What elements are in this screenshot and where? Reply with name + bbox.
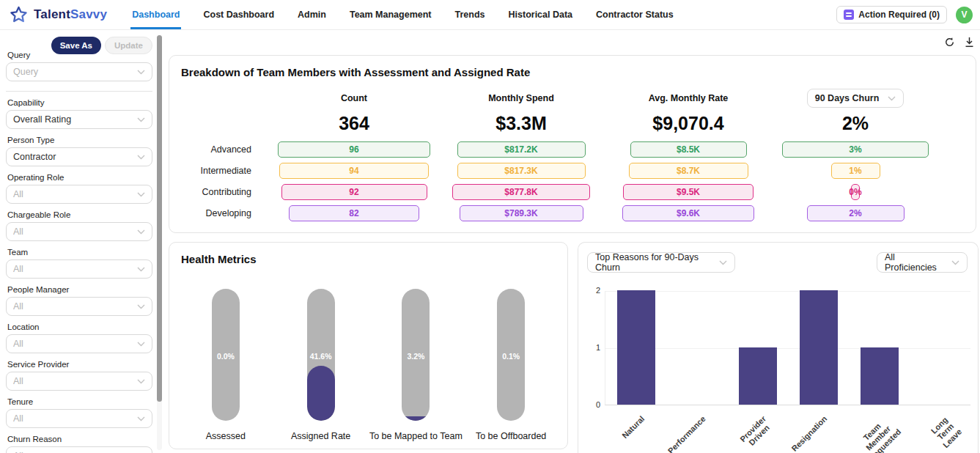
value-box: 96 (278, 141, 430, 158)
breakdown-cell: $9.5K (605, 184, 772, 200)
filter-select-capability[interactable]: Overall Rating (6, 110, 152, 129)
value-box: $817.2K (457, 141, 586, 158)
health-pill: 3.2% (402, 289, 430, 421)
breakdown-cell: $9.6K (605, 205, 772, 221)
breakdown-cell: $877.8K (438, 184, 605, 200)
column-total: 2% (772, 113, 939, 134)
value-box: 92 (281, 184, 427, 200)
nav-tab-team-management[interactable]: Team Management (341, 0, 441, 29)
filter-value-operating-role: All (13, 189, 133, 199)
chevron-down-icon (137, 304, 145, 309)
chevron-down-icon (137, 192, 145, 197)
breakdown-card: Breakdown of Team Members with Assessmen… (169, 55, 976, 233)
chart-metric-dropdown-value: Top Reasons for 90-Days Churn (595, 252, 715, 273)
row-label: Contributing (169, 187, 270, 197)
action-required-button[interactable]: Action Required (0) (836, 6, 947, 23)
filter-value-service-provider: All (13, 376, 133, 386)
action-required-label: Action Required (0) (858, 10, 940, 20)
value-box-text: 94 (349, 166, 358, 176)
sidebar-scrollbar (157, 35, 162, 450)
app-header: TalentSavvy DashboardCost DashboardAdmin… (0, 0, 980, 30)
value-box-text: 2% (849, 208, 861, 218)
value-box: 94 (279, 163, 429, 179)
filter-value-people-manager: All (13, 301, 133, 312)
x-label-slot: Long Term Leave (910, 405, 970, 453)
chart-bar-provider-driven (739, 347, 777, 405)
update-button[interactable]: Update (105, 37, 152, 54)
chart-metric-dropdown[interactable]: Top Reasons for 90-Days Churn (587, 252, 735, 273)
health-metrics-title: Health Metrics (169, 243, 567, 265)
nav-tab-dashboard[interactable]: Dashboard (123, 0, 188, 29)
chevron-down-icon (137, 155, 145, 160)
nav-tab-contractor-status[interactable]: Contractor Status (587, 0, 682, 29)
value-box-text: $789.3K (504, 208, 537, 218)
x-axis-label: Resignation (790, 414, 829, 453)
value-box: $817.3K (457, 163, 586, 179)
chevron-down-icon (137, 267, 145, 272)
filter-select-person-type[interactable]: Contractor (6, 147, 152, 166)
filter-value-capability: Overall Rating (13, 114, 133, 125)
nav-tabs: DashboardCost DashboardAdminTeam Managem… (123, 0, 682, 29)
value-box-text: $877.8K (504, 187, 537, 197)
bar-slot (788, 290, 849, 405)
value-box: $9.6K (622, 205, 754, 221)
query-select-value: Query (13, 67, 133, 77)
value-box: $8.5K (630, 141, 747, 158)
health-pill-percent: 0.0% (212, 352, 240, 361)
breakdown-cell: 94 (270, 163, 438, 179)
chevron-down-icon (137, 342, 145, 347)
health-metric-to-be-offboarded: 0.1%To be Offboarded (463, 289, 559, 441)
chevron-down-icon (137, 117, 145, 122)
value-box-text: $817.3K (504, 166, 537, 176)
filter-select-people-manager[interactable]: All (6, 297, 152, 316)
save-as-button[interactable]: Save As (51, 37, 101, 54)
filter-select-churn-reason[interactable]: All (6, 446, 152, 453)
breakdown-cell: 1% (772, 163, 939, 179)
proficiency-dropdown[interactable]: All Proficiencies (877, 252, 968, 273)
health-pill: 0.1% (497, 289, 525, 421)
health-pill-percent: 41.6% (307, 352, 335, 361)
health-pill-fill (402, 416, 430, 421)
filter-label-operating-role: Operating Role (7, 173, 152, 182)
health-metric-to-be-mapped-to-team: 3.2%To be Mapped to Team (369, 289, 464, 441)
column-header-avg-monthly-rate: Avg. Monthly Rate (649, 93, 729, 103)
chevron-down-icon (137, 70, 145, 75)
column-total: $9,070.4 (605, 113, 772, 134)
filter-label-people-manager: People Manager (7, 285, 152, 294)
bar-slot (727, 347, 788, 405)
filter-select-service-provider[interactable]: All (6, 372, 152, 391)
refresh-icon[interactable] (944, 37, 955, 48)
avatar[interactable]: V (956, 7, 973, 23)
breakdown-row-advanced: Advanced96$817.2K$8.5K3% (169, 139, 976, 160)
query-select[interactable]: Query (6, 62, 152, 81)
bar-chart-plot (605, 291, 970, 405)
y-axis-tick: 1 (583, 343, 600, 352)
value-box-text: $8.7K (677, 166, 700, 176)
churn-period-dropdown[interactable]: 90 Days Churn (807, 89, 905, 108)
nav-tab-historical-data[interactable]: Historical Data (500, 0, 582, 29)
filter-select-tenure[interactable]: All (6, 409, 152, 428)
value-box-text: $8.5K (677, 144, 700, 155)
health-metric-label: To be Offboarded (476, 431, 546, 441)
column-header-count: Count (341, 93, 367, 103)
filter-select-operating-role[interactable]: All (6, 185, 152, 204)
nav-tab-cost-dashboard[interactable]: Cost Dashboard (194, 0, 283, 29)
proficiency-dropdown-value: All Proficiencies (885, 252, 947, 273)
main-content: Breakdown of Team Members with Assessmen… (163, 30, 980, 453)
x-label-slot: Performance (666, 405, 726, 453)
sidebar-scrollbar-thumb[interactable] (157, 35, 162, 402)
value-box-text: 82 (349, 208, 358, 218)
breakdown-cell: 96 (270, 141, 438, 158)
nav-tab-admin[interactable]: Admin (289, 0, 335, 29)
chevron-down-icon (951, 260, 959, 265)
breakdown-title: Breakdown of Team Members with Assessmen… (169, 56, 976, 78)
download-icon[interactable] (965, 37, 974, 48)
filter-select-chargeable-role[interactable]: All (6, 222, 152, 241)
breakdown-row-intermediate: Intermediate94$817.3K$8.7K1% (169, 160, 976, 181)
filter-select-location[interactable]: All (6, 334, 152, 353)
filter-value-person-type: Contractor (13, 152, 133, 162)
nav-tab-trends[interactable]: Trends (446, 0, 494, 29)
filter-select-team[interactable]: All (6, 259, 152, 279)
x-axis-label: Team Member Requested (855, 414, 903, 453)
column-total: $3.3M (438, 113, 605, 134)
